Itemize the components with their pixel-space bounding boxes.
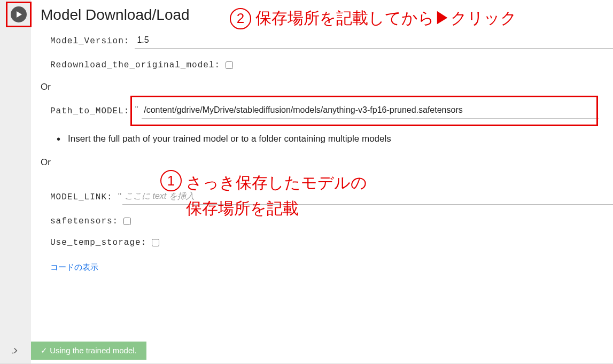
- path-help-text: Insert the full path of your trained mod…: [68, 134, 391, 144]
- use-temp-label: Use_temp_storage:: [50, 238, 146, 247]
- cell-output-row: ✓ Using the trained model.: [0, 342, 146, 360]
- model-version-input[interactable]: [135, 33, 613, 49]
- path-to-model-input[interactable]: [142, 103, 599, 119]
- or-separator-1: Or: [41, 82, 613, 92]
- or-separator-2: Or: [41, 157, 613, 168]
- safetensors-label: safetensors:: [50, 216, 118, 226]
- notebook-cell: Model Download/Load Model_Version: Redow…: [0, 0, 613, 364]
- cell-title: Model Download/Load: [41, 6, 613, 24]
- cell-gutter: [0, 0, 31, 363]
- model-link-input[interactable]: [122, 189, 613, 205]
- path-input-wrap: ": [135, 103, 602, 119]
- path-to-model-label: Path_to_MODEL:: [50, 106, 129, 116]
- play-icon: [16, 11, 22, 18]
- safetensors-checkbox[interactable]: [123, 218, 131, 225]
- model-link-label: MODEL_LINK:: [50, 192, 113, 202]
- quote-icon: ": [118, 191, 121, 203]
- model-version-label: Model_Version:: [50, 36, 129, 46]
- output-arrow-icon[interactable]: [0, 346, 31, 355]
- cell-content: Model Download/Load Model_Version: Redow…: [31, 0, 613, 363]
- show-code-link[interactable]: コードの表示: [50, 262, 98, 273]
- quote-icon: ": [135, 104, 138, 115]
- redownload-label: Redownload_the_original_model:: [50, 60, 220, 70]
- redownload-checkbox[interactable]: [226, 61, 233, 69]
- redownload-row: Redownload_the_original_model:: [50, 60, 613, 70]
- output-status-badge: ✓ Using the trained model.: [31, 342, 146, 360]
- model-link-row: MODEL_LINK: ": [50, 189, 613, 205]
- run-cell-button[interactable]: [11, 6, 27, 22]
- model-version-row: Model_Version:: [50, 33, 613, 49]
- path-help-bullet: Insert the full path of your trained mod…: [57, 134, 613, 144]
- safetensors-row: safetensors:: [50, 216, 613, 226]
- use-temp-row: Use_temp_storage:: [50, 238, 613, 247]
- path-to-model-row: Path_to_MODEL: ": [50, 103, 613, 119]
- use-temp-checkbox[interactable]: [152, 239, 159, 246]
